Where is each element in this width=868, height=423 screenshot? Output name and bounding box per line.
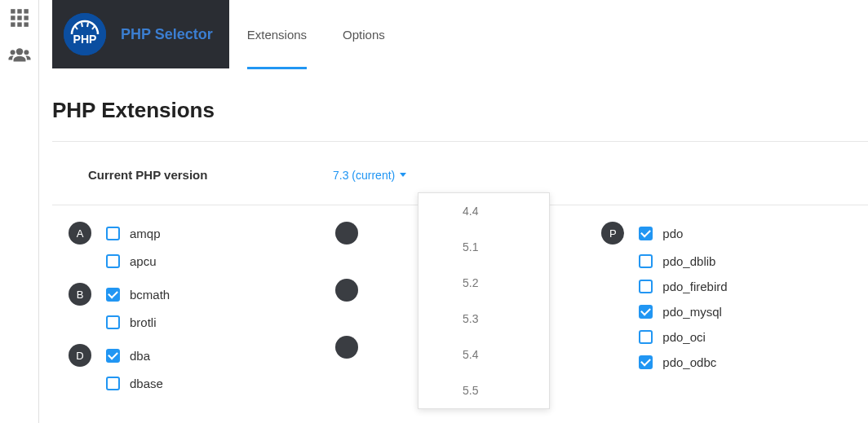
ext-col-3: P pdo pdo_dblib pdo_firebi — [601, 222, 868, 405]
checkbox-bcmath[interactable] — [106, 288, 120, 302]
ext-group-p: P pdo pdo_dblib pdo_firebi — [601, 222, 868, 369]
checkbox-amqp[interactable] — [106, 227, 120, 240]
letter-badge: B — [69, 283, 91, 306]
dropdown-item[interactable]: 4.4 — [418, 193, 549, 229]
brand-block: PHP PHP Selector — [52, 0, 229, 68]
letter-badge — [335, 222, 358, 245]
checkbox-pdo-mysql[interactable] — [639, 305, 653, 319]
ext-label: brotli — [130, 315, 157, 329]
svg-rect-0 — [11, 9, 15, 13]
ext-label: bcmath — [130, 288, 170, 302]
checkbox-pdo[interactable] — [639, 227, 653, 240]
ext-item: pdo_odbc — [639, 355, 868, 369]
ext-label: amqp — [130, 227, 161, 240]
ext-item: pdo_oci — [639, 330, 868, 344]
ext-label: pdo_firebird — [662, 280, 727, 293]
letter-badge — [335, 279, 358, 302]
ext-label: pdo_mysql — [662, 305, 722, 319]
tab-extensions[interactable]: Extensions — [229, 0, 325, 68]
ext-item: pdo_dblib — [639, 254, 868, 268]
checkbox-pdo-oci[interactable] — [639, 330, 653, 344]
svg-rect-1 — [17, 9, 21, 13]
svg-point-11 — [24, 50, 29, 55]
svg-rect-2 — [24, 9, 28, 13]
page-title-wrap: PHP Extensions — [52, 68, 868, 141]
svg-rect-6 — [11, 22, 15, 26]
dropdown-item[interactable]: 5.5 — [418, 372, 549, 408]
letter-badge — [335, 336, 358, 359]
dropdown-item[interactable]: 5.4 — [418, 337, 549, 372]
svg-text:PHP: PHP — [73, 33, 97, 46]
ext-item: brotli — [106, 315, 335, 329]
svg-line-14 — [82, 23, 82, 27]
svg-line-15 — [87, 23, 88, 27]
version-label: Current PHP version — [88, 168, 333, 182]
ext-item: apcu — [106, 254, 335, 268]
checkbox-pdo-firebird[interactable] — [639, 280, 653, 293]
dropdown-item[interactable]: 5.1 — [418, 229, 549, 265]
checkbox-pdo-odbc[interactable] — [639, 355, 653, 369]
tabs: Extensions Options — [229, 0, 403, 68]
version-selected-text: 7.3 (current) — [333, 169, 395, 182]
apps-grid-icon[interactable] — [8, 7, 31, 29]
ext-item: dbase — [106, 377, 335, 390]
svg-rect-3 — [11, 15, 15, 20]
ext-group-a: A amqp apcu — [69, 222, 335, 268]
ext-label: pdo — [662, 227, 683, 240]
svg-rect-8 — [24, 22, 28, 26]
ext-item: pdo_firebird — [639, 280, 868, 293]
letter-badge: P — [601, 222, 624, 245]
ext-label: pdo_dblib — [662, 254, 715, 268]
checkbox-apcu[interactable] — [106, 254, 120, 268]
svg-rect-7 — [17, 22, 21, 26]
dropdown-item[interactable]: 5.2 — [418, 265, 549, 301]
brand-title: PHP Selector — [121, 26, 213, 43]
svg-rect-4 — [17, 15, 21, 20]
version-selector[interactable]: 7.3 (current) — [333, 169, 406, 182]
dropdown-item[interactable]: 5.3 — [418, 301, 549, 337]
ext-item: bcmath — [106, 288, 170, 302]
checkbox-pdo-dblib[interactable] — [639, 254, 653, 268]
left-rail — [0, 0, 39, 423]
ext-item: dba — [106, 349, 150, 363]
checkbox-dbase[interactable] — [106, 377, 120, 390]
ext-item: pdo_mysql — [639, 305, 868, 319]
header-bar: PHP PHP Selector Extensions Options — [52, 0, 868, 68]
letter-badge: A — [69, 222, 91, 245]
svg-rect-5 — [24, 15, 28, 20]
ext-label: apcu — [130, 254, 157, 268]
ext-group-d: D dba dbase — [69, 344, 335, 390]
tab-options[interactable]: Options — [325, 0, 403, 68]
ext-label: pdo_odbc — [662, 355, 716, 369]
ext-col-1: A amqp apcu B — [69, 222, 335, 405]
ext-label: dbase — [130, 377, 163, 390]
ext-group-b: B bcmath brotli — [69, 283, 335, 329]
version-row: Current PHP version 7.3 (current) 4.4 5.… — [52, 142, 868, 205]
users-icon[interactable] — [8, 44, 31, 67]
ext-item: amqp — [106, 227, 161, 240]
ext-label: pdo_oci — [662, 330, 706, 344]
page-title: PHP Extensions — [52, 98, 868, 123]
letter-badge: D — [69, 344, 91, 367]
ext-label: dba — [130, 349, 150, 363]
svg-point-10 — [10, 50, 15, 55]
ext-item: pdo — [639, 227, 683, 240]
php-logo-icon: PHP — [64, 13, 106, 55]
checkbox-dba[interactable] — [106, 349, 120, 363]
main-area: PHP PHP Selector Extensions Options PHP … — [39, 0, 868, 423]
version-dropdown: 4.4 5.1 5.2 5.3 5.4 5.5 — [418, 192, 550, 409]
caret-down-icon — [400, 173, 406, 177]
svg-point-9 — [16, 48, 22, 55]
checkbox-brotli[interactable] — [106, 315, 120, 329]
